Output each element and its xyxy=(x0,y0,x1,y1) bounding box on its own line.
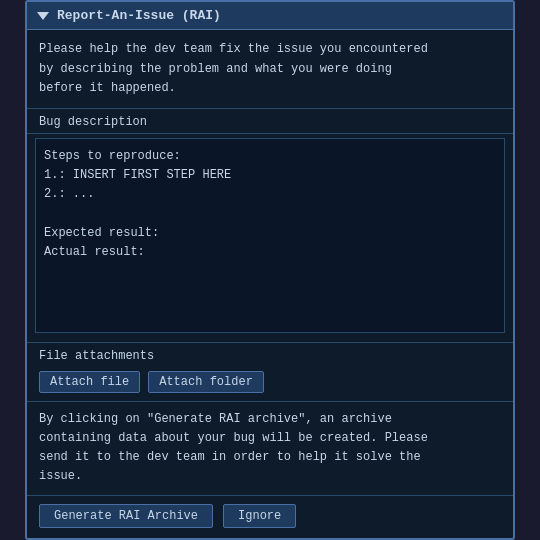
bug-description-area xyxy=(27,134,513,343)
generate-archive-button[interactable]: Generate RAI Archive xyxy=(39,504,213,528)
title-bar: Report-An-Issue (RAI) xyxy=(27,2,513,30)
bug-description-textarea[interactable] xyxy=(35,138,505,333)
rai-dialog: Report-An-Issue (RAI) Please help the de… xyxy=(25,0,515,539)
archive-info-text: By clicking on "Generate RAI archive", a… xyxy=(39,410,501,487)
dialog-title: Report-An-Issue (RAI) xyxy=(57,8,221,23)
bug-section-label: Bug description xyxy=(27,109,513,134)
attach-file-button[interactable]: Attach file xyxy=(39,371,140,393)
triangle-icon xyxy=(37,12,49,20)
archive-info-section: By clicking on "Generate RAI archive", a… xyxy=(27,402,513,496)
file-attachments-label: File attachments xyxy=(27,343,513,367)
action-buttons-row: Generate RAI Archive Ignore xyxy=(27,496,513,538)
intro-section: Please help the dev team fix the issue y… xyxy=(27,30,513,109)
attach-folder-button[interactable]: Attach folder xyxy=(148,371,264,393)
attachments-buttons-row: Attach file Attach folder xyxy=(27,367,513,402)
intro-text: Please help the dev team fix the issue y… xyxy=(39,40,501,98)
ignore-button[interactable]: Ignore xyxy=(223,504,296,528)
